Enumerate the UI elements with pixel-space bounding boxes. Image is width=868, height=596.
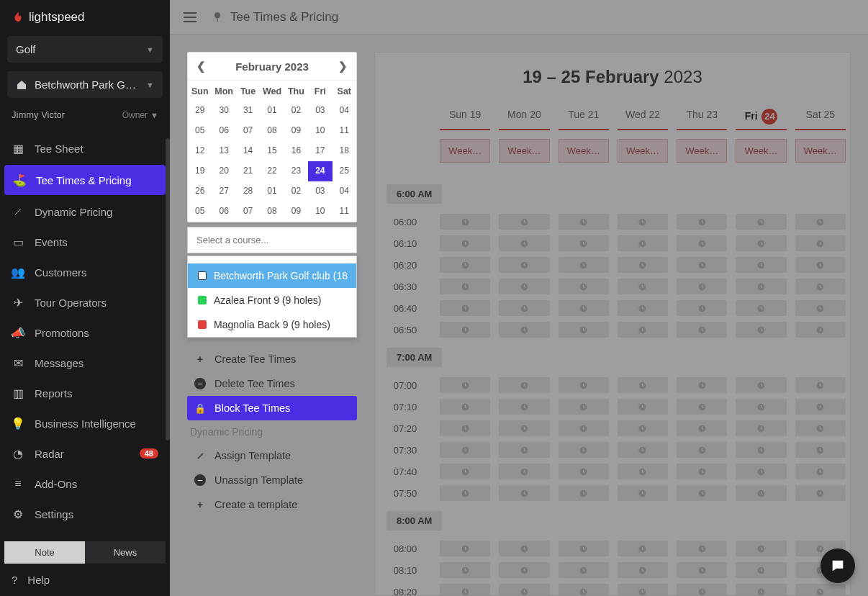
tee-time-slot[interactable] bbox=[440, 257, 490, 273]
tee-time-slot[interactable] bbox=[677, 214, 727, 230]
tee-time-slot[interactable] bbox=[736, 279, 786, 294]
tee-time-slot[interactable] bbox=[677, 300, 727, 316]
tee-time-slot[interactable] bbox=[499, 300, 549, 316]
calendar-day[interactable]: 09 bbox=[284, 202, 308, 222]
calendar-day[interactable]: 10 bbox=[308, 202, 332, 222]
week-template-cell[interactable]: Week… bbox=[499, 139, 549, 163]
week-template-cell[interactable]: Week… bbox=[736, 139, 786, 163]
calendar-day[interactable]: 02 bbox=[284, 101, 308, 121]
tee-time-slot[interactable] bbox=[795, 300, 846, 316]
tab-note[interactable]: Note bbox=[4, 541, 85, 564]
nav-item-business-intelligence[interactable]: 💡Business Intelligence bbox=[0, 408, 170, 438]
action-unassign-template[interactable]: −Unassign Template bbox=[187, 468, 357, 492]
user-row[interactable]: Jimmy Victor Owner ▼ bbox=[0, 102, 170, 133]
tee-time-slot[interactable] bbox=[618, 279, 668, 294]
calendar-day[interactable]: 20 bbox=[212, 161, 235, 181]
tee-time-slot[interactable] bbox=[499, 279, 549, 294]
tee-time-slot[interactable] bbox=[499, 214, 549, 230]
week-template-cell[interactable]: Week… bbox=[559, 139, 609, 163]
calendar-day[interactable]: 04 bbox=[333, 101, 356, 121]
tee-time-slot[interactable] bbox=[499, 399, 549, 415]
tee-time-slot[interactable] bbox=[618, 420, 668, 436]
tee-time-slot[interactable] bbox=[440, 541, 490, 556]
tee-time-slot[interactable] bbox=[559, 279, 609, 294]
product-dropdown[interactable]: Golf ▼ bbox=[7, 36, 163, 63]
tab-news[interactable]: News bbox=[85, 541, 166, 564]
calendar-day[interactable]: 19 bbox=[188, 161, 212, 181]
calendar-day[interactable]: 03 bbox=[308, 101, 332, 121]
tee-time-slot[interactable] bbox=[677, 485, 727, 501]
tee-time-slot[interactable] bbox=[559, 399, 609, 415]
tee-time-slot[interactable] bbox=[736, 300, 786, 316]
tee-time-slot[interactable] bbox=[559, 257, 609, 273]
tee-time-slot[interactable] bbox=[559, 420, 609, 436]
tee-time-slot[interactable] bbox=[736, 377, 786, 393]
nav-item-tour-operators[interactable]: ✈Tour Operators bbox=[0, 287, 170, 317]
tee-time-slot[interactable] bbox=[736, 485, 786, 501]
calendar-day[interactable]: 11 bbox=[333, 202, 356, 222]
tee-time-slot[interactable] bbox=[499, 485, 549, 501]
calendar-day[interactable]: 23 bbox=[284, 161, 308, 181]
tee-time-slot[interactable] bbox=[677, 377, 727, 393]
tee-time-slot[interactable] bbox=[736, 442, 786, 458]
tee-time-slot[interactable] bbox=[795, 485, 846, 501]
tee-time-slot[interactable] bbox=[618, 541, 668, 556]
calendar-day[interactable]: 07 bbox=[236, 121, 260, 141]
day-column-header[interactable]: Fri 24 bbox=[736, 109, 786, 130]
nav-item-settings[interactable]: ⚙Settings bbox=[0, 499, 170, 529]
calendar-day[interactable]: 08 bbox=[260, 202, 284, 222]
tee-time-slot[interactable] bbox=[499, 541, 549, 556]
tee-time-slot[interactable] bbox=[559, 562, 609, 578]
tee-time-slot[interactable] bbox=[677, 399, 727, 415]
tee-time-slot[interactable] bbox=[499, 442, 549, 458]
calendar-day[interactable]: 01 bbox=[260, 181, 284, 202]
tee-time-slot[interactable] bbox=[618, 257, 668, 273]
tee-time-slot[interactable] bbox=[559, 464, 609, 479]
nav-item-events[interactable]: ▭Events bbox=[0, 227, 170, 257]
week-template-cell[interactable]: Week… bbox=[618, 139, 668, 163]
tee-time-slot[interactable] bbox=[440, 300, 490, 316]
calendar-day[interactable]: 05 bbox=[188, 121, 212, 141]
calendar-day[interactable]: 16 bbox=[284, 141, 308, 161]
week-template-cell[interactable]: Week… bbox=[440, 139, 490, 163]
tee-time-slot[interactable] bbox=[499, 464, 549, 479]
calendar-day[interactable]: 08 bbox=[260, 121, 284, 141]
action-create-a-template[interactable]: +Create a template bbox=[187, 492, 357, 517]
tee-time-slot[interactable] bbox=[795, 235, 846, 251]
calendar-day[interactable]: 04 bbox=[333, 181, 356, 202]
calendar-day[interactable]: 10 bbox=[308, 121, 332, 141]
calendar-day[interactable]: 01 bbox=[260, 101, 284, 121]
tee-time-slot[interactable] bbox=[559, 584, 609, 595]
calendar-day[interactable]: 26 bbox=[188, 181, 212, 202]
calendar-day[interactable]: 06 bbox=[212, 202, 235, 222]
calendar-day[interactable]: 30 bbox=[212, 101, 235, 121]
tee-time-slot[interactable] bbox=[677, 464, 727, 479]
prev-month-button[interactable]: ❮ bbox=[196, 60, 206, 73]
hamburger-button[interactable] bbox=[181, 9, 199, 26]
calendar-day[interactable]: 28 bbox=[236, 181, 260, 202]
nav-item-reports[interactable]: ▥Reports bbox=[0, 378, 170, 408]
calendar-day[interactable]: 21 bbox=[236, 161, 260, 181]
tee-time-slot[interactable] bbox=[795, 464, 846, 479]
tee-time-slot[interactable] bbox=[618, 300, 668, 316]
sidebar-help[interactable]: ? Help bbox=[0, 564, 170, 596]
tee-time-slot[interactable] bbox=[440, 485, 490, 501]
calendar-day[interactable]: 12 bbox=[188, 141, 212, 161]
tee-time-slot[interactable] bbox=[559, 322, 609, 338]
nav-item-dynamic-pricing[interactable]: ⟋Dynamic Pricing bbox=[0, 197, 170, 227]
nav-item-tee-sheet[interactable]: ▦Tee Sheet bbox=[0, 133, 170, 163]
tee-time-slot[interactable] bbox=[559, 214, 609, 230]
nav-item-customers[interactable]: 👥Customers bbox=[0, 257, 170, 287]
tee-time-slot[interactable] bbox=[440, 377, 490, 393]
tee-time-slot[interactable] bbox=[499, 257, 549, 273]
day-column-header[interactable]: Thu 23 bbox=[677, 109, 727, 130]
tee-time-slot[interactable] bbox=[499, 322, 549, 338]
tee-time-slot[interactable] bbox=[736, 420, 786, 436]
tee-time-slot[interactable] bbox=[677, 322, 727, 338]
tee-time-slot[interactable] bbox=[559, 442, 609, 458]
tee-time-slot[interactable] bbox=[795, 442, 846, 458]
tee-time-slot[interactable] bbox=[499, 584, 549, 595]
tee-time-slot[interactable] bbox=[499, 562, 549, 578]
course-option[interactable]: Magnolia Back 9 (9 holes) bbox=[188, 312, 356, 337]
week-template-cell[interactable]: Week… bbox=[677, 139, 727, 163]
